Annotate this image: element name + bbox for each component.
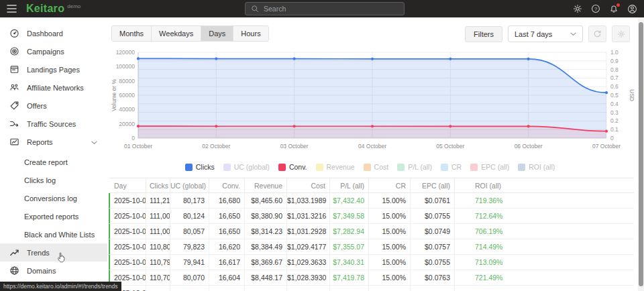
sidebar-item-reports[interactable]: Reports xyxy=(0,133,107,151)
refresh-button[interactable] xyxy=(588,25,606,42)
svg-text:40000: 40000 xyxy=(119,106,135,113)
table-row[interactable]: 2025-10-07 xyxy=(109,286,634,291)
legend-item-uc-global[interactable]: UC (global) xyxy=(223,163,270,171)
sidebar-item-conversions-log[interactable]: Conversions log xyxy=(0,189,107,207)
column-header-revenue[interactable]: Revenue xyxy=(245,178,287,192)
table-row[interactable]: 2025-10-02111,0080,12416,650$8,380.90$1,… xyxy=(109,209,634,224)
table-cell: 15.00% xyxy=(369,239,411,254)
table-cell: 2025-10-02 xyxy=(110,209,146,223)
table-cell xyxy=(330,286,369,291)
legend-item-roi-all[interactable]: ROI (all) xyxy=(518,163,555,171)
column-header-conv[interactable]: Conv. xyxy=(209,178,245,192)
legend-swatch xyxy=(441,164,448,171)
app-logo[interactable]: Keitaro xyxy=(26,3,64,15)
filters-button[interactable]: Filters xyxy=(465,26,502,42)
sidebar-item-label: Domains xyxy=(27,267,56,275)
svg-text:0.3: 0.3 xyxy=(610,109,619,116)
column-header-uc-global[interactable]: UC (global) xyxy=(170,178,209,192)
chart-settings-button[interactable] xyxy=(612,25,630,42)
tab-months[interactable]: Months xyxy=(112,26,152,41)
tab-days[interactable]: Days xyxy=(201,26,233,41)
legend-item-revenue[interactable]: Revenue xyxy=(316,163,355,171)
sidebar-item-exported-reports[interactable]: Exported reports xyxy=(0,207,107,225)
legend-item-epc-all[interactable]: EPC (all) xyxy=(470,163,509,171)
refresh-icon xyxy=(593,30,602,38)
svg-text:80000: 80000 xyxy=(119,78,135,84)
table-row[interactable]: 2025-10-03111,0080,05716,650$8,314.23$1,… xyxy=(109,224,634,239)
table-row[interactable]: 2025-10-05110,7979,94116,617$8,369.67$1,… xyxy=(109,255,634,270)
top-bar: Keitaro demo Search ? xyxy=(0,0,644,17)
tab-weekdays[interactable]: Weekdays xyxy=(152,26,201,41)
table-cell: 15.00% xyxy=(369,209,411,223)
help-icon[interactable]: ? xyxy=(591,4,600,13)
column-header-clicks[interactable]: Clicks xyxy=(146,178,170,192)
account-icon[interactable] xyxy=(627,4,637,14)
table-cell: 16,680 xyxy=(209,193,245,208)
table-cell: 111,00 xyxy=(146,209,170,223)
table-cell: 714.49% xyxy=(455,239,634,254)
table-row[interactable]: 2025-10-04110,8079,82316,620$8,384.49$1,… xyxy=(109,239,634,255)
bell-icon[interactable] xyxy=(609,4,619,13)
table-cell: $1,031.2928 xyxy=(287,224,330,239)
sidebar-item-traffic-sources[interactable]: Traffic Sources xyxy=(0,115,107,133)
legend-label: Revenue xyxy=(327,163,355,171)
svg-text:?: ? xyxy=(594,6,597,12)
sidebar-item-clicks-log[interactable]: Clicks log xyxy=(0,171,107,189)
svg-text:20000: 20000 xyxy=(119,121,135,127)
table-cell: $7,282.94 xyxy=(330,224,369,239)
legend-item-clicks[interactable]: Clicks xyxy=(185,163,215,171)
column-header-p-l-all[interactable]: P/L (all) xyxy=(330,178,369,192)
sidebar-item-dashboard[interactable]: Dashboard xyxy=(0,24,107,42)
sidebar-item-offers[interactable]: Offers xyxy=(0,97,107,115)
hamburger-menu-icon[interactable] xyxy=(6,4,17,13)
date-range-select[interactable]: Last 7 days xyxy=(508,25,583,42)
legend-item-p-l-all[interactable]: P/L (all) xyxy=(397,163,432,171)
table-cell: $7,432.40 xyxy=(330,193,369,208)
table-cell: 712.64% xyxy=(455,209,634,223)
sidebar-item-landings-pages[interactable]: Landings Pages xyxy=(0,60,107,78)
sidebar-item-create-report[interactable]: Create report xyxy=(0,153,107,171)
table-cell: 16,650 xyxy=(209,209,245,223)
svg-text:0.6: 0.6 xyxy=(610,83,619,90)
sidebar-item-label: Exported reports xyxy=(24,213,78,221)
table-cell: 15.00% xyxy=(369,270,411,285)
table-row[interactable]: 2025-10-06110,7080,07016,604$8,448.17$1,… xyxy=(109,270,634,286)
search-input[interactable]: Search xyxy=(245,2,405,15)
table-cell: 2025-10-03 xyxy=(110,224,146,239)
legend-item-cr[interactable]: CR xyxy=(441,163,462,171)
svg-text:04 October: 04 October xyxy=(358,143,386,150)
svg-text:100000: 100000 xyxy=(116,63,136,70)
column-header-cr[interactable]: CR xyxy=(369,178,411,192)
table-cell: $7,349.58 xyxy=(330,209,369,223)
svg-text:60000: 60000 xyxy=(119,92,135,99)
table-cell: $0.0761 xyxy=(411,193,455,208)
sidebar-item-trends[interactable]: Trends xyxy=(0,243,107,261)
sidebar-item-black-and-white-lists[interactable]: Black and White Lists xyxy=(0,225,107,243)
column-header-day[interactable]: Day xyxy=(110,178,146,192)
legend-item-cost[interactable]: Cost xyxy=(364,163,389,171)
trends-table: DayClicksUC (global)Conv.RevenueCostP/L … xyxy=(109,178,634,291)
settings-icon[interactable] xyxy=(573,4,582,13)
table-cell: 110,79 xyxy=(146,255,170,270)
table-cell: $0.0749 xyxy=(411,224,455,239)
scrollbar-thumb[interactable] xyxy=(639,22,643,286)
legend-swatch xyxy=(470,164,478,171)
sidebar-item-campaigns[interactable]: Campaigns xyxy=(0,42,107,60)
legend-item-conv[interactable]: Conv. xyxy=(278,163,307,171)
table-cell: $0.0763 xyxy=(411,270,455,285)
vertical-scrollbar[interactable] xyxy=(638,17,644,291)
column-header-epc-all[interactable]: EPC (all) xyxy=(411,178,455,192)
table-cell: 15.00% xyxy=(369,224,411,239)
legend-label: Cost xyxy=(374,163,389,171)
sidebar-item-domains[interactable]: Domains xyxy=(0,261,107,280)
table-cell xyxy=(287,286,330,291)
column-header-roi-all[interactable]: ROI (all) xyxy=(455,178,634,192)
svg-text:0: 0 xyxy=(610,135,614,141)
sidebar-item-affiliate-networks[interactable]: Affiliate Networks xyxy=(0,78,107,97)
table-cell xyxy=(455,286,634,291)
table-row[interactable]: 2025-10-01111,2180,17316,680$8,465.60$1,… xyxy=(109,193,634,209)
tab-hours[interactable]: Hours xyxy=(233,26,268,41)
table-cell: 2025-10-04 xyxy=(110,239,146,254)
trends-chart[interactable]: 02000040000600008000010000012000000.10.2… xyxy=(109,47,636,160)
column-header-cost[interactable]: Cost xyxy=(287,178,330,192)
